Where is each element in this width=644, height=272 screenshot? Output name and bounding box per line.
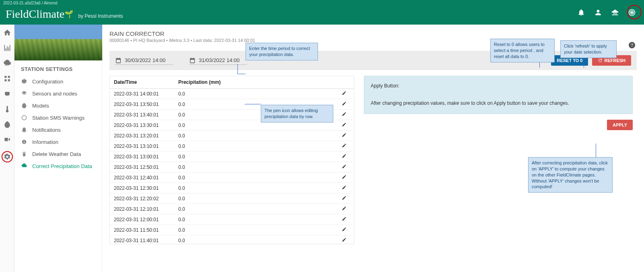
cell-datetime: 2022-03-31 13:00:01 — [110, 152, 174, 162]
info-title: Apply Button: — [371, 82, 626, 91]
gear-icon[interactable] — [4, 153, 11, 160]
apply-button[interactable]: APPLY — [607, 120, 633, 130]
nav-icon — [21, 127, 27, 133]
sidebar-item-models[interactable]: Models — [14, 100, 102, 112]
callout-date: Enter the time period to correct your pr… — [246, 43, 318, 60]
radar-highlight-circle — [627, 5, 642, 19]
info-body: After changing precipitation values, mak… — [371, 99, 626, 108]
table-row: 2022-03-31 11:50:010.0 — [110, 225, 354, 235]
thermometer-icon[interactable] — [3, 105, 11, 113]
nav-icon — [21, 78, 27, 85]
nav-icon — [21, 90, 27, 97]
sidebar-item-station-sms-warnings[interactable]: Station SMS Warnings — [14, 112, 102, 124]
table-row: 2022-03-31 12:30:010.0 — [110, 183, 354, 193]
date-bar: ? 30/03/2022 14:00 31/03/2022 14:00 RESE… — [109, 51, 637, 70]
table-row: 2022-03-31 12:20:020.0 — [110, 193, 354, 204]
cell-datetime: 2022-03-31 12:10:01 — [110, 204, 174, 214]
page-title: RAIN CORRECTOR — [109, 30, 637, 37]
help-icon[interactable]: ? — [629, 42, 635, 48]
date-from-field[interactable]: 30/03/2022 14:00 — [115, 56, 173, 65]
nav-label: Information — [32, 139, 58, 145]
chart-icon[interactable] — [3, 44, 11, 52]
date-to-field[interactable]: 31/03/2022 14:00 — [189, 56, 247, 65]
calendar-icon — [115, 57, 122, 64]
pen-icon[interactable] — [342, 174, 347, 179]
pen-icon[interactable] — [342, 122, 347, 127]
cow-icon[interactable] — [3, 90, 11, 98]
pen-icon[interactable] — [342, 185, 347, 190]
nav-label: Delete Weather Data — [32, 151, 81, 157]
pen-icon[interactable] — [342, 227, 347, 232]
sidebar-item-delete-weather-data[interactable]: Delete Weather Data — [14, 148, 102, 160]
cell-datetime: 2022-03-31 13:40:01 — [110, 110, 174, 120]
cell-datetime: 2022-03-31 13:20:01 — [110, 131, 174, 141]
pen-icon[interactable] — [342, 195, 347, 200]
cell-precip: 0.0 — [174, 214, 338, 225]
sidebar-item-notifications[interactable]: Notifications — [14, 124, 102, 136]
pen-icon[interactable] — [342, 206, 347, 211]
pen-icon[interactable] — [342, 237, 347, 242]
cell-datetime: 2022-03-31 12:50:01 — [110, 162, 174, 172]
cell-datetime: 2022-03-31 12:20:02 — [110, 193, 174, 204]
logo-by: by Pessl Instruments — [78, 13, 123, 19]
table-row: 2022-03-31 12:00:010.0 — [110, 214, 354, 225]
pen-icon[interactable] — [342, 164, 347, 169]
iconbar — [0, 25, 14, 272]
pen-icon[interactable] — [342, 112, 347, 116]
home-icon[interactable] — [3, 29, 11, 37]
leaf-icon[interactable] — [3, 120, 11, 129]
cell-precip: 0.0 — [174, 89, 338, 99]
sidebar: PI HQ Backyard / 00000146 STATION SETTIN… — [14, 25, 102, 272]
callout-pen: The pen icon allows editing precipitatio… — [261, 105, 333, 123]
logo-text: FieldClimate🌱 — [6, 8, 73, 21]
precip-table: Date/Time Precipitation (mm) 2022-03-31 … — [110, 76, 354, 244]
gear-highlight-circle — [2, 151, 13, 162]
table-row: 2022-03-31 13:20:010.0 — [110, 131, 354, 141]
sidebar-item-correct-precipitation-data[interactable]: Correct Precipitation Data — [14, 160, 102, 172]
pen-icon[interactable] — [342, 91, 347, 96]
sidebar-item-information[interactable]: Information — [14, 136, 102, 148]
nav-icon — [21, 114, 27, 121]
cell-precip: 0.0 — [174, 235, 338, 245]
cell-datetime: 2022-03-31 11:50:01 — [110, 225, 174, 235]
sidebar-item-sensors-and-nodes[interactable]: Sensors and nodes — [14, 87, 102, 100]
cell-precip: 0.0 — [174, 162, 338, 172]
chevron-down-icon[interactable] — [95, 54, 98, 56]
cell-datetime: 2022-03-31 14:00:01 — [110, 89, 174, 99]
nav-label: Configuration — [32, 79, 63, 85]
table-row: 2022-03-31 12:50:010.0 — [110, 162, 354, 172]
svg-rect-3 — [24, 141, 24, 143]
nav-icon — [21, 139, 27, 145]
cell-datetime: 2022-03-31 12:40:01 — [110, 172, 174, 183]
nav-label: Models — [32, 103, 49, 109]
cloud-rain-icon[interactable] — [3, 59, 11, 67]
pen-icon[interactable] — [342, 101, 347, 106]
pen-icon[interactable] — [342, 216, 347, 221]
pen-icon[interactable] — [342, 143, 347, 148]
date-from-value: 30/03/2022 14:00 — [125, 57, 173, 63]
cell-precip: 0.0 — [174, 141, 338, 152]
logo: FieldClimate🌱 by Pessl Instruments — [6, 8, 123, 21]
nav-icon — [21, 102, 27, 109]
station-thumbnail[interactable]: PI HQ Backyard / 00000146 — [14, 25, 102, 60]
callout-reset: Reset to 0 allows users to select a time… — [490, 39, 555, 62]
precip-table-wrap[interactable]: Date/Time Precipitation (mm) 2022-03-31 … — [109, 76, 354, 244]
network-icon[interactable] — [3, 75, 11, 83]
bell-icon[interactable] — [577, 8, 585, 17]
pen-icon[interactable] — [342, 133, 347, 137]
svg-rect-2 — [24, 141, 24, 141]
sidebar-item-configuration[interactable]: Configuration — [14, 75, 102, 87]
table-row: 2022-03-31 12:10:010.0 — [110, 204, 354, 214]
cell-precip: 0.0 — [174, 183, 338, 193]
cell-precip: 0.0 — [174, 204, 338, 214]
pen-icon[interactable] — [342, 154, 347, 158]
callout-apply: After correcting precipitation data, cli… — [528, 157, 613, 193]
nav-label: Sensors and nodes — [32, 91, 77, 97]
farm-icon[interactable] — [611, 8, 619, 17]
cell-datetime: 2022-03-31 13:30:01 — [110, 120, 174, 131]
topbar: 2022-03-31.a5d23a6 / Almond FieldClimate… — [0, 0, 644, 25]
cell-precip: 0.0 — [174, 131, 338, 141]
camera-icon[interactable] — [3, 136, 11, 144]
table-row: 2022-03-31 14:00:010.0 — [110, 89, 354, 99]
user-icon[interactable] — [594, 8, 602, 17]
